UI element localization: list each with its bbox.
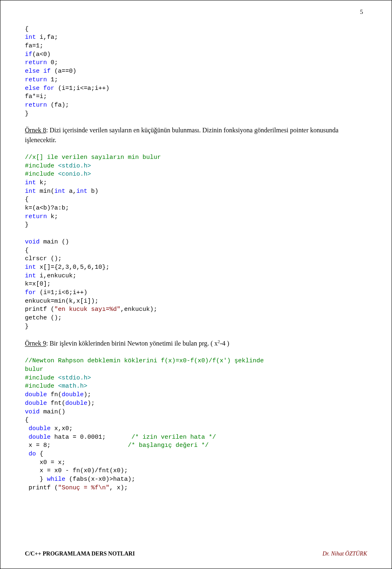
keyword: while bbox=[47, 476, 65, 483]
code-text: (i=1;i<=a;i++) bbox=[54, 85, 109, 92]
code-line: { bbox=[25, 26, 29, 33]
document-page: 5 { int i,fa; fa=1; if(a<0) return 0; el… bbox=[0, 0, 392, 569]
code-text: (fa); bbox=[47, 102, 69, 109]
code-line: clrscr (); bbox=[25, 255, 62, 262]
code-text: x = 8; bbox=[25, 442, 128, 449]
code-text: 1; bbox=[47, 76, 58, 83]
page-footer: C/C++ PROGRAMLAMA DERS NOTLARI Dr. Nihat… bbox=[25, 551, 367, 557]
code-line: k=x[0]; bbox=[25, 281, 51, 288]
keyword: return bbox=[25, 59, 47, 66]
code-line: k=(a<b)?a:b; bbox=[25, 205, 69, 212]
keyword: for bbox=[25, 289, 36, 296]
code-text: a, bbox=[65, 188, 76, 195]
code-line: { bbox=[25, 417, 29, 424]
code-line: getche (); bbox=[25, 315, 62, 321]
code-line: fa*=i; bbox=[25, 93, 47, 100]
code-block-1: { int i,fa; fa=1; if(a<0) return 0; else… bbox=[25, 17, 367, 118]
code-line: } bbox=[25, 110, 29, 117]
comment: /* izin verilen hata */ bbox=[131, 434, 216, 441]
code-text: k; bbox=[36, 179, 47, 186]
preproc: #include bbox=[25, 375, 54, 382]
blank-line bbox=[25, 230, 29, 237]
include-file: <stdio.h> bbox=[54, 163, 91, 170]
code-line: } bbox=[25, 323, 29, 330]
keyword: void bbox=[25, 239, 40, 245]
keyword: int bbox=[76, 188, 87, 195]
include-file: <conio.h> bbox=[54, 171, 91, 178]
code-text: } bbox=[25, 476, 47, 483]
code-text: ); bbox=[84, 391, 91, 398]
keyword: double bbox=[65, 400, 87, 407]
code-text: , x); bbox=[109, 484, 128, 491]
code-text: (a==0) bbox=[51, 68, 76, 75]
code-line: x0 = x; bbox=[25, 459, 65, 466]
preproc: #include bbox=[25, 383, 54, 390]
code-line: { bbox=[25, 247, 29, 254]
keyword: return bbox=[25, 102, 47, 109]
keyword: double bbox=[25, 400, 47, 407]
comment: bulur bbox=[25, 366, 43, 373]
string-literal: "en kucuk sayı=%d" bbox=[54, 306, 120, 313]
keyword: double bbox=[25, 425, 51, 432]
code-text: main () bbox=[40, 239, 69, 245]
keyword: int bbox=[25, 34, 36, 41]
footer-right: Dr. Nihat ÖZTÜRK bbox=[323, 551, 367, 557]
comment: /* başlangıç değeri */ bbox=[128, 442, 209, 449]
code-text: { bbox=[36, 451, 43, 457]
page-number: 5 bbox=[360, 9, 363, 16]
keyword: if bbox=[40, 68, 51, 75]
code-text: (i=1;i<6;i++) bbox=[36, 289, 87, 296]
keyword: int bbox=[25, 264, 36, 271]
code-text: b) bbox=[87, 188, 98, 195]
code-text: printf ( bbox=[25, 484, 58, 491]
code-text: main() bbox=[40, 408, 65, 415]
example-label: Örnek 9 bbox=[25, 340, 46, 347]
code-text: fn( bbox=[47, 391, 62, 398]
keyword: return bbox=[25, 76, 47, 83]
preproc: #include bbox=[25, 163, 54, 170]
comment: //Newton Rahpson debklemin köklerini f(x… bbox=[25, 357, 264, 364]
code-text: i,enkucuk; bbox=[36, 272, 76, 279]
code-block-3: //Newton Rahpson debklemin köklerini f(x… bbox=[25, 349, 367, 493]
keyword: void bbox=[25, 408, 40, 415]
code-line: fa=1; bbox=[25, 42, 43, 49]
keyword: int bbox=[54, 188, 65, 195]
code-text: fnt( bbox=[47, 400, 65, 407]
code-text: k; bbox=[47, 213, 58, 220]
code-line: enkucuk=min(k,x[i]); bbox=[25, 298, 98, 305]
paragraph-example-9: Örnek 9: Bir işlevin köklerinden birini … bbox=[25, 338, 367, 348]
comment: //x[] ile verilen sayıların min bulur bbox=[25, 154, 161, 161]
code-line: { bbox=[25, 196, 29, 203]
keyword: double bbox=[25, 391, 47, 398]
code-text: i,fa; bbox=[36, 34, 58, 41]
paragraph-example-8: Örnek 8: Dizi içerisinde verilen sayılar… bbox=[25, 125, 367, 145]
code-text: hata = 0.0001; bbox=[51, 434, 131, 441]
keyword: for bbox=[40, 85, 54, 92]
code-text: min( bbox=[36, 188, 54, 195]
include-file: <math.h> bbox=[54, 383, 87, 390]
code-text: printf ( bbox=[25, 306, 54, 313]
keyword: int bbox=[25, 179, 36, 186]
code-text: (a<0) bbox=[32, 51, 51, 58]
keyword: int bbox=[25, 272, 36, 279]
example-text: : Bir işlevin köklerinden birini Newton … bbox=[46, 340, 218, 347]
keyword: if bbox=[25, 51, 32, 58]
code-text: (fabs(x-x0)>hata); bbox=[65, 476, 135, 483]
code-text: x[]={2,3,0,5,6,10}; bbox=[36, 264, 109, 271]
string-literal: "Sonuç = %f\n" bbox=[58, 484, 109, 491]
keyword: else bbox=[25, 85, 40, 92]
preproc: #include bbox=[25, 171, 54, 178]
example-label: Örnek 8 bbox=[25, 127, 46, 134]
keyword: double bbox=[25, 434, 51, 441]
keyword: int bbox=[25, 188, 36, 195]
footer-left: C/C++ PROGRAMLAMA DERS NOTLARI bbox=[25, 551, 135, 557]
keyword: double bbox=[62, 391, 84, 398]
code-text: ); bbox=[87, 400, 95, 407]
code-line: } bbox=[25, 221, 29, 228]
code-text: 0; bbox=[47, 59, 58, 66]
keyword: return bbox=[25, 213, 47, 220]
keyword: else bbox=[25, 68, 40, 75]
code-text: ,enkucuk); bbox=[120, 306, 157, 313]
include-file: <stdio.h> bbox=[54, 375, 91, 382]
code-block-2: //x[] ile verilen sayıların min bulur #i… bbox=[25, 145, 367, 331]
